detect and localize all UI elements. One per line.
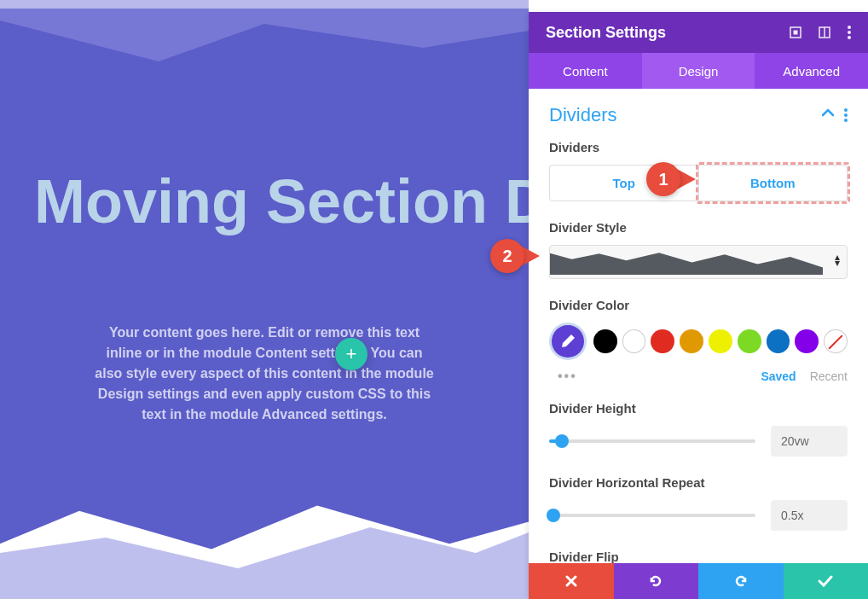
segment-bottom[interactable]: Bottom — [699, 166, 848, 201]
saved-colors-tab[interactable]: Saved — [761, 369, 796, 383]
panel-footer — [529, 563, 868, 599]
color-palette — [549, 323, 848, 360]
svg-rect-1 — [794, 31, 798, 35]
plus-icon: + — [346, 343, 357, 365]
color-swatch-purple[interactable] — [795, 329, 819, 353]
color-swatch-orange[interactable] — [680, 329, 703, 353]
tab-content[interactable]: Content — [529, 53, 642, 89]
kebab-menu-icon[interactable] — [844, 108, 848, 122]
recent-colors-tab[interactable]: Recent — [810, 369, 848, 383]
undo-button[interactable] — [614, 563, 699, 599]
svg-point-7 — [844, 108, 848, 112]
discard-button[interactable] — [529, 563, 614, 599]
color-swatch-blue[interactable] — [767, 329, 790, 353]
redo-button[interactable] — [698, 563, 784, 599]
kebab-menu-icon[interactable] — [848, 26, 851, 39]
color-swatch-white[interactable] — [622, 329, 646, 353]
divider-flip-label: Divider Flip — [549, 550, 848, 564]
divider-repeat-slider[interactable] — [549, 514, 755, 517]
panel-header: Section Settings — [529, 12, 868, 53]
builder-canvas: Moving Section Di Your content goes here… — [0, 0, 529, 599]
slider-thumb[interactable] — [555, 434, 569, 448]
section-dividers-title: Dividers — [549, 104, 616, 126]
panel-body: Dividers Dividers Top Bottom Divider Sty… — [529, 89, 868, 599]
color-swatch-green[interactable] — [738, 329, 761, 353]
undo-icon — [648, 573, 663, 589]
slider-thumb[interactable] — [547, 509, 560, 522]
color-swatch-yellow[interactable] — [709, 329, 732, 353]
svg-point-6 — [848, 36, 851, 39]
hero-title: Moving Section Di — [0, 166, 529, 236]
eyedropper-icon — [559, 333, 576, 350]
tab-design[interactable]: Design — [642, 53, 755, 89]
color-swatch-red[interactable] — [651, 329, 674, 353]
divider-height-label: Divider Height — [549, 401, 848, 416]
columns-icon[interactable] — [819, 26, 830, 38]
color-picker-button[interactable] — [549, 323, 587, 360]
divider-height-value[interactable]: 20vw — [771, 426, 848, 457]
divider-style-preview — [550, 251, 823, 275]
hero-body-text: Your content goes here. Edit or remove t… — [0, 323, 529, 425]
settings-panel: Section Settings Content Design Advanced… — [529, 12, 868, 599]
dividers-position-toggle: Top Bottom — [549, 165, 848, 201]
divider-repeat-label: Divider Horizontal Repeat — [549, 475, 848, 490]
divider-height-slider[interactable] — [549, 439, 755, 443]
check-icon — [818, 575, 833, 587]
svg-point-8 — [844, 113, 848, 117]
select-caret-icon: ▴▾ — [835, 254, 840, 266]
svg-point-4 — [848, 26, 851, 29]
add-module-button[interactable]: + — [335, 338, 367, 370]
svg-point-9 — [844, 119, 848, 122]
divider-style-select[interactable]: ▴▾ — [549, 245, 848, 279]
more-colors-button[interactable]: ••• — [558, 369, 580, 384]
callout-2: 2 — [490, 239, 540, 273]
svg-point-5 — [848, 31, 851, 34]
section-background — [0, 9, 529, 555]
tab-advanced[interactable]: Advanced — [755, 53, 868, 89]
divider-style-label: Divider Style — [549, 220, 848, 235]
close-icon — [565, 575, 577, 587]
color-swatch-none[interactable] — [824, 329, 848, 353]
panel-tabs: Content Design Advanced — [529, 53, 868, 89]
segment-bottom-label: Bottom — [750, 176, 796, 190]
divider-repeat-value[interactable]: 0.5x — [771, 500, 848, 531]
color-swatch-black[interactable] — [593, 329, 617, 353]
divider-color-label: Divider Color — [549, 298, 848, 312]
save-button[interactable] — [784, 563, 869, 599]
redo-icon — [733, 573, 749, 589]
dividers-label: Dividers — [549, 140, 848, 154]
chevron-up-icon[interactable] — [822, 108, 834, 122]
expand-icon[interactable] — [790, 26, 801, 38]
panel-title: Section Settings — [546, 24, 790, 42]
callout-bubble: 2 — [490, 239, 524, 273]
callout-1: 1 — [646, 162, 696, 196]
callout-bubble: 1 — [646, 162, 680, 196]
